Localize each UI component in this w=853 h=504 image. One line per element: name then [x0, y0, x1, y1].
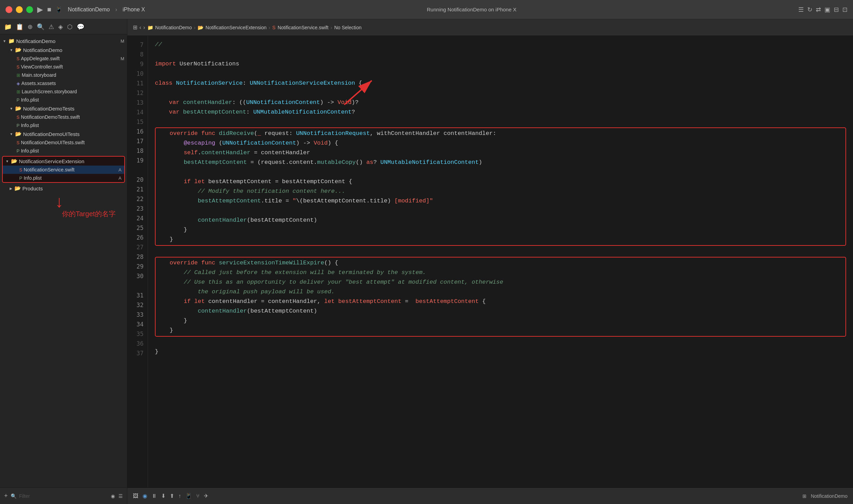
- code-line-30b: the original push payload will be used.: [156, 287, 845, 297]
- sidebar-item-demotests-swift[interactable]: S NotificationDemoTests.swift: [0, 113, 127, 121]
- sidebar-item-notificationservice-swift[interactable]: S NotificationService.swift A: [3, 166, 124, 174]
- warning-icon[interactable]: ⚠: [49, 23, 54, 31]
- code-content[interactable]: // import UserNotifications class Notifi…: [148, 36, 853, 487]
- bc-app-icon: 📁: [147, 25, 153, 30]
- code-line-17: @escaping (UNNotificationContent) -> Voi…: [156, 138, 845, 148]
- close-button[interactable]: [6, 6, 12, 13]
- code-line-22: bestAttemptContent.title = "\(bestAttemp…: [156, 196, 845, 206]
- sidebar-item-uitests-plist[interactable]: P Info.plist: [0, 147, 127, 155]
- expand-triangle-collapsed: ▶: [10, 187, 12, 190]
- symbol-icon[interactable]: ⊕: [28, 23, 33, 31]
- stop-button[interactable]: ■: [47, 6, 51, 13]
- sidebar-item-root[interactable]: ▼ 📁 NotificationDemo M: [0, 36, 127, 45]
- plist-icon: P: [17, 148, 20, 154]
- swift-file-icon: S: [19, 167, 22, 172]
- sidebar-item-launchscreen[interactable]: ⊞ LaunchScreen.storyboard: [0, 87, 127, 96]
- device-icon[interactable]: 📱: [185, 493, 192, 499]
- bc-extension[interactable]: NotificationServiceExtension: [206, 25, 266, 30]
- location-icon[interactable]: ✈: [204, 493, 208, 499]
- sidebar-item-group-tests[interactable]: ▼ 📂 NotificationDemoTests: [0, 104, 127, 113]
- sidebar-item-extension-plist[interactable]: P Info.plist A: [3, 174, 124, 182]
- line-num-14: 14: [127, 107, 148, 117]
- separator: ›: [115, 7, 117, 13]
- branch-icon[interactable]: ⑂: [196, 493, 200, 499]
- code-block-2: override func serviceExtensionTimeWillEx…: [155, 257, 846, 337]
- filter-label: Filter: [19, 493, 30, 499]
- sidebar: 📁 📋 ⊕ 🔍 ⚠ ◈ ⬡ 💬 ▼ 📁 NotificationDemo M ▼…: [0, 19, 127, 504]
- sidebar-item-group-products[interactable]: ▶ 📂 Products: [0, 184, 127, 193]
- sidebar-item-group-extension[interactable]: ▼ 📂 NotificationServiceExtension: [3, 157, 124, 166]
- diff-icon[interactable]: ◈: [58, 23, 63, 31]
- minimize-button[interactable]: [16, 6, 23, 13]
- sidebar-item-mainstoryboard[interactable]: ⊞ Main.storyboard: [0, 71, 127, 79]
- code-line-32: contentHandler(bestAttemptContent): [156, 306, 845, 316]
- code-line-14: var bestAttemptContent: UNMutableNotific…: [155, 107, 846, 117]
- sidebar-item-assets[interactable]: ◈ Assets.xcassets: [0, 79, 127, 87]
- download-icon[interactable]: ⬆: [170, 493, 174, 499]
- run-button[interactable]: ▶: [37, 5, 43, 14]
- file-label: NotificationService.swift: [24, 167, 75, 172]
- bc-file[interactable]: NotificationService.swift: [277, 25, 328, 30]
- expand-triangle: ▼: [10, 48, 13, 52]
- back-forward-icon[interactable]: ⇄: [816, 6, 821, 13]
- folder-icon[interactable]: 📁: [4, 23, 12, 31]
- layout-icon-2[interactable]: ⊟: [834, 6, 839, 13]
- nav-back-icon[interactable]: ‹: [139, 24, 141, 31]
- bc-app[interactable]: NotificationDemo: [155, 25, 192, 30]
- sidebar-item-infoplist-main[interactable]: P Info.plist: [0, 96, 127, 104]
- sidebar-item-appdelegate[interactable]: S AppDelegate.swift M: [0, 54, 127, 63]
- line-num-19: 19: [127, 156, 148, 165]
- line-num-26: 26: [127, 233, 148, 242]
- search-icon[interactable]: 🔍: [37, 23, 44, 31]
- sidebar-item-uitests-swift[interactable]: S NotificationDemoUITests.swift: [0, 138, 127, 147]
- swift-file-icon: S: [17, 64, 20, 70]
- layout-icon-1[interactable]: ▣: [824, 6, 830, 13]
- grid-icon[interactable]: ⊞: [133, 24, 137, 31]
- fullscreen-button[interactable]: [26, 6, 33, 13]
- color-icon[interactable]: ◉: [143, 493, 147, 499]
- bc-selection[interactable]: No Selection: [334, 25, 361, 30]
- group-label: Products: [22, 186, 43, 191]
- line-num-12: 12: [127, 88, 148, 98]
- file-label: Info.plist: [24, 175, 42, 181]
- code-line-24: contentHandler(bestAttemptContent): [156, 216, 845, 225]
- line-num-25: 25: [127, 223, 148, 233]
- sidebar-item-viewcontroller[interactable]: S ViewController.swift: [0, 63, 127, 71]
- plist-icon: P: [17, 123, 20, 128]
- breadcrumb-bar: ⊞ ‹ › 📁 NotificationDemo › 📂 Notificatio…: [127, 19, 853, 36]
- issues-icon[interactable]: ◉: [111, 493, 115, 499]
- line-num-16: 16: [127, 127, 148, 136]
- sidebar-item-group-notificationdemo[interactable]: ▼ 📂 NotificationDemo: [0, 45, 127, 54]
- step-back-icon[interactable]: ⬇: [161, 493, 166, 499]
- expand-triangle: ▼: [10, 132, 13, 136]
- breakpoint-icon[interactable]: ⬡: [67, 23, 73, 31]
- image-icon[interactable]: 🖼: [133, 493, 138, 499]
- sidebar-item-demotests-plist[interactable]: P Info.plist: [0, 121, 127, 129]
- code-line-28: override func serviceExtensionTimeWillEx…: [156, 258, 845, 268]
- line-num-9: 9: [127, 59, 148, 69]
- line-num-28: 28: [127, 252, 148, 262]
- pause-icon[interactable]: ⏸: [151, 493, 157, 499]
- bc-file-icon: S: [272, 25, 275, 30]
- sort-icon[interactable]: ☰: [118, 493, 123, 499]
- nav-forward-icon[interactable]: ›: [143, 24, 145, 31]
- report-icon[interactable]: 💬: [77, 23, 84, 31]
- main-content: 📁 📋 ⊕ 🔍 ⚠ ◈ ⬡ 💬 ▼ 📁 NotificationDemo M ▼…: [0, 19, 853, 504]
- code-line-36: }: [155, 347, 846, 357]
- sidebar-item-group-uitests[interactable]: ▼ 📂 NotificationDemoUITests: [0, 129, 127, 138]
- top-right-toolbar: ☰ ↻ ⇄ ▣ ⊟ ⊡: [798, 6, 847, 13]
- line-num-22: 22: [127, 194, 148, 204]
- source-icon[interactable]: 📋: [16, 23, 23, 31]
- editor-layout-icon[interactable]: ☰: [798, 6, 804, 13]
- layout-icon-3[interactable]: ⊡: [842, 6, 847, 13]
- code-line-12: [155, 88, 846, 98]
- source-control-icon[interactable]: ↻: [807, 6, 812, 13]
- add-icon[interactable]: +: [4, 492, 8, 500]
- line-num-8: 8: [127, 50, 148, 59]
- line-num-11: 11: [127, 78, 148, 88]
- running-label: Running NotificationDemo on iPhone X: [427, 7, 516, 12]
- group-label: NotificationDemoUITests: [23, 131, 80, 137]
- file-label: NotificationDemoUITests.swift: [21, 140, 85, 145]
- title-bar: ▶ ■ 📱 NotificationDemo › iPhone X Runnin…: [0, 0, 853, 19]
- step-icon[interactable]: ↑: [178, 493, 181, 499]
